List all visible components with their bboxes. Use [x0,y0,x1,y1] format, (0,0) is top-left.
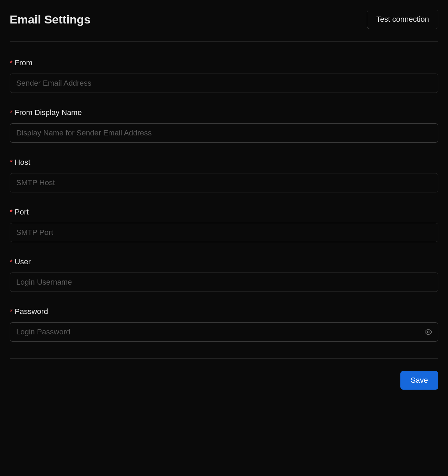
password-field-group: *Password [10,307,438,342]
from-field-group: *From [10,58,438,93]
required-mark: * [10,108,13,117]
password-label: *Password [10,307,438,316]
required-mark: * [10,307,13,316]
email-settings-form: *From *From Display Name *Host *Port *Us… [10,42,438,358]
svg-point-0 [427,331,429,333]
host-label-text: Host [15,158,30,166]
save-button[interactable]: Save [400,371,438,390]
required-mark: * [10,257,13,266]
eye-icon[interactable] [425,328,432,336]
user-label: *User [10,257,438,266]
from-display-name-label: *From Display Name [10,108,438,117]
port-field-group: *Port [10,208,438,242]
from-input[interactable] [10,74,438,93]
password-input-wrapper [10,322,438,342]
from-label: *From [10,58,438,67]
form-footer: Save [10,359,438,390]
user-input[interactable] [10,273,438,292]
page-title: Email Settings [10,13,90,26]
test-connection-button[interactable]: Test connection [367,10,438,29]
host-field-group: *Host [10,158,438,192]
required-mark: * [10,158,13,166]
password-label-text: Password [15,307,48,316]
required-mark: * [10,208,13,216]
from-display-name-field-group: *From Display Name [10,108,438,143]
port-label: *Port [10,208,438,217]
page-header: Email Settings Test connection [10,10,438,29]
from-label-text: From [15,58,32,67]
port-input[interactable] [10,223,438,242]
from-display-name-label-text: From Display Name [15,108,82,117]
user-field-group: *User [10,257,438,292]
host-label: *Host [10,158,438,167]
host-input[interactable] [10,173,438,192]
required-mark: * [10,58,13,67]
user-label-text: User [15,257,31,266]
from-display-name-input[interactable] [10,123,438,143]
password-input[interactable] [10,322,438,342]
port-label-text: Port [15,208,29,216]
